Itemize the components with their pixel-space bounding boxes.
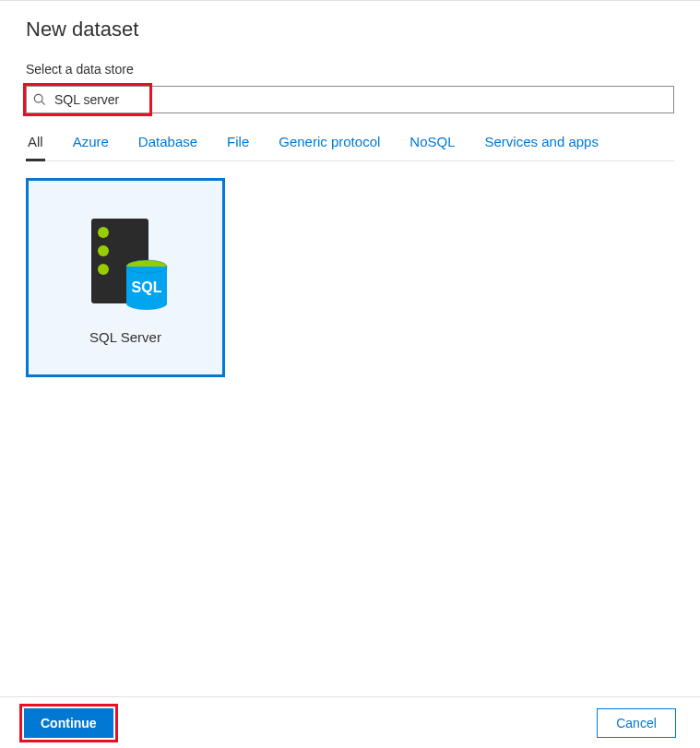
- tab-services-apps[interactable]: Services and apps: [483, 126, 600, 161]
- main-content: New dataset Select a data store All Azur…: [0, 1, 700, 696]
- dialog-footer: Continue Cancel: [0, 696, 700, 748]
- tab-generic-protocol[interactable]: Generic protocol: [277, 126, 382, 161]
- page-subtitle: Select a data store: [26, 62, 674, 77]
- result-card-label: SQL Server: [89, 329, 161, 345]
- sql-server-icon: SQL: [75, 211, 176, 313]
- continue-button[interactable]: Continue: [24, 708, 113, 738]
- tab-file[interactable]: File: [225, 126, 251, 161]
- svg-point-8: [126, 297, 167, 310]
- results-grid: SQL SQL Server: [26, 178, 674, 377]
- search-container: [26, 86, 674, 113]
- page-title: New dataset: [26, 18, 674, 42]
- continue-button-wrap: Continue: [24, 708, 113, 738]
- tab-all[interactable]: All: [26, 126, 45, 161]
- svg-point-4: [98, 245, 109, 256]
- tab-azure[interactable]: Azure: [71, 126, 111, 161]
- search-input[interactable]: [26, 86, 674, 113]
- tab-nosql[interactable]: NoSQL: [408, 126, 457, 161]
- result-card-sql-server[interactable]: SQL SQL Server: [26, 178, 225, 377]
- svg-text:SQL: SQL: [132, 279, 162, 295]
- svg-point-3: [98, 227, 109, 238]
- cancel-button[interactable]: Cancel: [597, 708, 676, 738]
- category-tabs: All Azure Database File Generic protocol…: [26, 126, 674, 161]
- tab-database[interactable]: Database: [136, 126, 199, 161]
- svg-point-5: [98, 264, 109, 275]
